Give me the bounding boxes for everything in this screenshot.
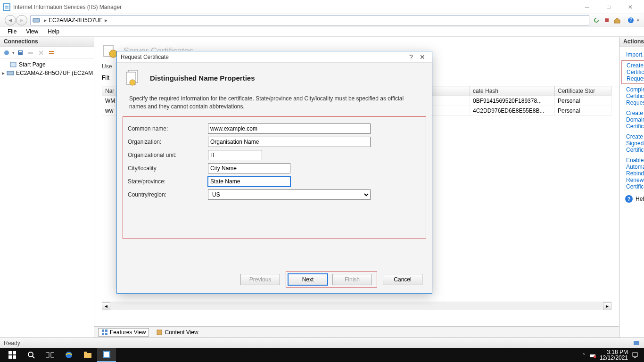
dialog-help-button[interactable]: ? — [405, 53, 417, 61]
input-state[interactable] — [208, 176, 290, 187]
home-icon[interactable] — [613, 16, 621, 25]
action-complete-cert-request[interactable]: Complete Certificate Request... — [621, 85, 644, 107]
breadcrumb-sep-icon: ▸ — [44, 17, 47, 24]
maximize-button[interactable]: □ — [598, 0, 619, 14]
action-create-domain-cert[interactable]: Create Domain Certificate... — [621, 108, 644, 131]
disconnect-icon[interactable] — [26, 48, 35, 58]
svg-rect-33 — [46, 353, 49, 357]
action-auto-rebind[interactable]: Enable Automatic Rebind of Renewed Certi… — [621, 156, 644, 191]
label-org-unit: Organizational unit: — [128, 152, 208, 158]
scroll-right-icon[interactable]: ► — [603, 302, 611, 310]
action-import[interactable]: Import... — [621, 50, 644, 59]
titlebar: Internet Information Services (IIS) Mana… — [0, 0, 644, 14]
tray-up-icon[interactable]: ⌃ — [582, 353, 586, 358]
svg-rect-11 — [28, 52, 33, 54]
forward-button[interactable]: ► — [16, 15, 27, 25]
label-state: State/province: — [128, 178, 208, 185]
next-button-highlight: Next Finish — [286, 272, 377, 288]
search-button[interactable] — [22, 348, 41, 362]
back-button[interactable]: ◄ — [5, 15, 16, 25]
dialog-titlebar: Request Certificate ? ✕ — [117, 51, 432, 63]
svg-rect-2 — [5, 6, 8, 7]
taskbar-explorer[interactable] — [78, 348, 97, 362]
svg-rect-13 — [49, 53, 54, 54]
action-help[interactable]: ? Help — [621, 192, 644, 206]
breadcrumb-node[interactable]: EC2AMAZ-8H5O7UF — [49, 17, 103, 24]
stop-icon[interactable] — [603, 16, 611, 25]
features-view-icon — [101, 329, 108, 336]
expand-caret-icon[interactable]: ▸ — [2, 70, 5, 76]
close-button[interactable]: ✕ — [619, 0, 641, 14]
svg-rect-22 — [157, 330, 162, 335]
svg-rect-27 — [8, 351, 12, 354]
task-view-button[interactable] — [41, 348, 59, 362]
server-node-icon — [7, 69, 14, 77]
minimize-button[interactable]: ─ — [576, 0, 598, 14]
tray-network-icon[interactable] — [589, 352, 596, 358]
svg-rect-4 — [33, 18, 40, 22]
svg-rect-30 — [13, 355, 16, 359]
menu-help[interactable]: Help — [43, 27, 64, 36]
svg-point-17 — [109, 50, 117, 58]
tray-clock[interactable]: 3:18 PM 12/12/2021 — [600, 349, 628, 361]
tree-start-page[interactable]: Start Page — [1, 60, 93, 69]
svg-point-8 — [4, 50, 9, 55]
refresh-icon[interactable] — [592, 16, 601, 25]
connect-icon[interactable] — [2, 48, 11, 58]
input-org-unit[interactable] — [208, 150, 262, 160]
window-title: Internet Information Services (IIS) Mana… — [13, 4, 122, 10]
svg-rect-37 — [84, 352, 87, 354]
tab-features-view[interactable]: Features View — [98, 328, 149, 337]
select-country[interactable]: US — [208, 189, 371, 200]
server-icon — [33, 16, 40, 24]
input-city[interactable] — [208, 163, 290, 173]
input-common-name[interactable] — [208, 123, 371, 134]
connections-tree: Start Page ▸ EC2AMAZ-8H5O7UF (EC2AM — [0, 58, 94, 79]
list-icon[interactable] — [47, 48, 56, 58]
label-country: Country/region: — [128, 191, 208, 198]
status-config-icon[interactable] — [633, 339, 640, 347]
col-hash[interactable]: cate Hash — [470, 86, 555, 96]
previous-button[interactable]: Previous — [240, 274, 280, 285]
svg-line-32 — [33, 356, 34, 358]
svg-point-26 — [130, 80, 135, 85]
iis-app-icon — [3, 3, 10, 11]
tab-content-view[interactable]: Content View — [153, 328, 201, 337]
svg-rect-18 — [102, 329, 104, 332]
menu-file[interactable]: File — [3, 27, 21, 36]
view-tabs: Features View Content View — [94, 326, 619, 337]
status-text: Ready — [4, 340, 20, 346]
help-caret-icon[interactable]: ▾ — [637, 18, 639, 23]
help-dropdown-icon[interactable]: ? — [627, 16, 635, 25]
remove-icon[interactable] — [36, 48, 46, 58]
tree-server-node[interactable]: ▸ EC2AMAZ-8H5O7UF (EC2AM — [1, 69, 93, 77]
svg-rect-5 — [605, 18, 609, 22]
svg-rect-36 — [84, 353, 91, 358]
action-create-self-signed[interactable]: Create Self-Signed Certificate... — [621, 132, 644, 155]
taskbar-iis[interactable] — [97, 348, 116, 362]
next-button[interactable]: Next — [288, 274, 328, 285]
start-button[interactable] — [3, 348, 22, 362]
scroll-left-icon[interactable]: ◄ — [102, 302, 110, 310]
filter-label: Filt — [102, 74, 109, 81]
svg-rect-20 — [102, 333, 104, 335]
taskbar-ie[interactable] — [59, 348, 78, 362]
svg-rect-34 — [51, 353, 54, 357]
navbar: ◄ ► ▸ EC2AMAZ-8H5O7UF ▸ | ? ▾ — [0, 14, 644, 26]
help-icon: ? — [625, 195, 633, 203]
save-icon[interactable] — [16, 48, 25, 58]
menu-view[interactable]: View — [21, 27, 43, 36]
connections-toolbar: ▾ — [0, 47, 94, 58]
input-organization[interactable] — [208, 137, 371, 147]
tray-notifications-icon[interactable] — [632, 352, 638, 358]
finish-button[interactable]: Finish — [332, 274, 372, 285]
action-create-cert-request[interactable]: Create Certificate Request... — [621, 60, 644, 84]
breadcrumb-sep-icon: ▸ — [105, 17, 107, 24]
connect-caret-icon[interactable]: ▾ — [12, 50, 15, 55]
cancel-button[interactable]: Cancel — [383, 274, 422, 285]
col-store[interactable]: Certificate Stor — [555, 86, 611, 96]
breadcrumb[interactable]: ▸ EC2AMAZ-8H5O7UF ▸ — [30, 15, 589, 25]
horizontal-scrollbar[interactable]: ◄ ► — [102, 302, 611, 310]
dialog-close-button[interactable]: ✕ — [417, 53, 428, 61]
svg-rect-3 — [5, 8, 8, 8]
